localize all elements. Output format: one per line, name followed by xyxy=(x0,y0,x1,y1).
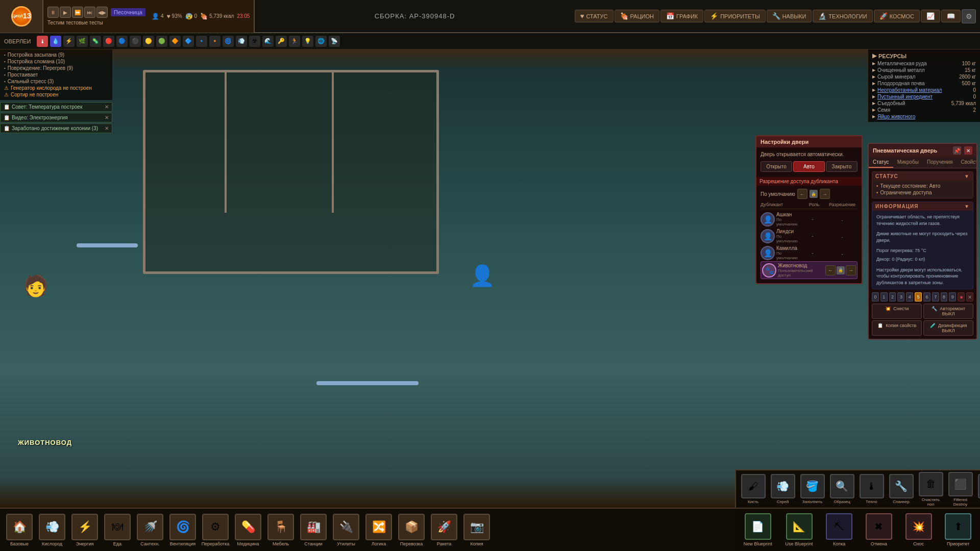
overlay-18[interactable]: 🏃 xyxy=(289,36,300,47)
overlay-19[interactable]: 💡 xyxy=(302,36,313,47)
demolish-action[interactable]: 💥 Снос xyxy=(905,513,932,546)
overlay-11[interactable]: 🔹 xyxy=(196,36,207,47)
settings-button[interactable]: ⚙ xyxy=(962,9,976,23)
priority-3[interactable]: 3 xyxy=(897,292,904,302)
overlay-15[interactable]: ☢ xyxy=(249,36,260,47)
build-transport[interactable]: 📦 Перевозка xyxy=(396,514,427,546)
cancel-action[interactable]: ✖ Отмена xyxy=(866,513,892,546)
heat-tool[interactable]: 🌡 Тепло xyxy=(857,474,886,504)
door-closed-button[interactable]: Закрыто xyxy=(826,161,857,172)
clear-tool[interactable]: 🗑 Очиститьпол xyxy=(917,472,945,507)
collapse-icon[interactable]: ▼ xyxy=(964,173,970,179)
fill-tool[interactable]: 🪣 Заполнить xyxy=(798,474,826,504)
overlay-13[interactable]: 🌀 xyxy=(223,36,234,47)
tab-properties[interactable]: Свойства xyxy=(957,157,977,168)
overlay-4[interactable]: 🔴 xyxy=(103,36,114,47)
access-next-button[interactable]: → xyxy=(820,189,830,199)
demolish-button[interactable]: 💥 Снести xyxy=(872,304,922,319)
alert-toilet[interactable]: ⚠ Сортир не построен xyxy=(4,91,108,98)
priority-4[interactable]: 4 xyxy=(906,292,913,302)
priority-6[interactable]: 6 xyxy=(923,292,930,302)
nav-ration[interactable]: 🍖 РАЦИОН xyxy=(615,10,659,22)
disinfect-button[interactable]: 🧪 Дезинфекция ВЫКЛ xyxy=(923,320,973,336)
scatter-tool[interactable]: 💫 Рассеять xyxy=(976,474,980,504)
overlay-9[interactable]: 🔶 xyxy=(169,36,181,47)
nav-chart[interactable]: 📈 xyxy=(921,10,940,22)
build-energy[interactable]: ⚡ Энергия xyxy=(69,514,100,546)
alert-generator[interactable]: ⚠ Генератор кислорода не построен xyxy=(4,85,108,91)
nav-skills[interactable]: 🔧 НАВЫКИ xyxy=(767,10,812,22)
nav-space[interactable]: 🚀 КОСМОС xyxy=(874,10,920,22)
fast-forward-button[interactable]: ⏩ xyxy=(72,7,83,18)
overlay-1[interactable]: ⚡ xyxy=(63,36,75,47)
build-furniture[interactable]: 🪑 Мебель xyxy=(265,514,296,546)
build-food[interactable]: 🍽 Еда xyxy=(102,514,133,546)
priority-5[interactable]: 5 xyxy=(915,292,922,302)
collapse-icon[interactable]: ▼ xyxy=(964,204,970,209)
overlay-17[interactable]: 🔑 xyxy=(276,36,287,47)
priority-7[interactable]: 7 xyxy=(932,292,939,302)
build-utilities[interactable]: 🔌 Утилиты xyxy=(331,514,361,546)
build-stations[interactable]: 🏭 Станции xyxy=(298,514,329,546)
overlay-3[interactable]: 🦠 xyxy=(90,36,101,47)
faster-button[interactable]: ⏭ xyxy=(84,7,95,18)
nav-priorities[interactable]: ⚡ ПРИОРИТЕТЫ xyxy=(704,10,765,22)
instant-button[interactable]: ◀▶ xyxy=(96,7,108,18)
access-prev-button[interactable]: ← xyxy=(797,189,807,199)
build-santech[interactable]: 🚿 Сантехн. xyxy=(135,514,165,546)
dup-access-prev[interactable]: ← xyxy=(825,265,836,276)
build-copy[interactable]: 📷 Копия xyxy=(461,514,492,546)
overlay-2[interactable]: 🌿 xyxy=(77,36,88,47)
notif-close-button[interactable]: ✕ xyxy=(105,115,109,120)
overlay-20[interactable]: 🌐 xyxy=(315,36,327,47)
overlay-7[interactable]: 🟡 xyxy=(143,36,154,47)
overlay-6[interactable]: ⚫ xyxy=(130,36,141,47)
nav-schedule[interactable]: 📅 ГРАФИК xyxy=(660,10,703,22)
door-open-button[interactable]: Открыто xyxy=(761,161,792,172)
priority-2[interactable]: 2 xyxy=(889,292,896,302)
autorepair-button[interactable]: 🔧 Авторемонт ВЫКЛ xyxy=(923,304,973,319)
overlay-14[interactable]: 💨 xyxy=(236,36,247,47)
close-button[interactable]: ✕ xyxy=(964,146,972,155)
overlay-16[interactable]: 🌊 xyxy=(262,36,274,47)
tab-microbes[interactable]: Микробы xyxy=(893,157,923,168)
overlay-water[interactable]: 💧 xyxy=(50,36,61,47)
priority-star[interactable]: ★ xyxy=(958,292,965,302)
use-blueprint-action[interactable]: 📐 Use Blueprint xyxy=(786,513,813,546)
overlay-5[interactable]: 🔵 xyxy=(116,36,128,47)
priority-1[interactable]: 1 xyxy=(880,292,888,302)
filtered-tool[interactable]: ⬛ FilteredDestroy xyxy=(946,472,974,507)
overlay-temperature[interactable]: 🌡 xyxy=(37,36,48,47)
door-auto-button[interactable]: Авто xyxy=(793,161,825,172)
tab-orders[interactable]: Поручения xyxy=(923,157,957,168)
notif-close-button[interactable]: ✕ xyxy=(105,104,109,110)
build-oxygen[interactable]: 💨 Кислород xyxy=(37,514,67,546)
build-ventilation[interactable]: 🌀 Вентиляция xyxy=(167,514,198,546)
build-base[interactable]: 🏠 Базовые xyxy=(4,514,35,546)
dup-access-next[interactable]: → xyxy=(846,265,856,276)
nav-tech[interactable]: 🔬 ТЕХНОЛОГИИ xyxy=(813,10,872,22)
overlay-10[interactable]: 🔷 xyxy=(183,36,194,47)
notif-close-button[interactable]: ✕ xyxy=(105,126,109,131)
new-blueprint-action[interactable]: 📄 New Blueprint xyxy=(744,513,772,546)
nav-status[interactable]: ♥ СТАТУС xyxy=(575,10,614,22)
pin-button[interactable]: 📌 xyxy=(953,146,961,155)
nav-codex[interactable]: 📖 xyxy=(941,10,961,22)
pause-button[interactable]: ⏸ xyxy=(47,7,59,18)
prioritize-action[interactable]: ⬆ Приоритет xyxy=(945,513,971,546)
priority-cancel[interactable]: ✕ xyxy=(966,292,973,302)
overlay-12[interactable]: 🔸 xyxy=(209,36,220,47)
play-button[interactable]: ▶ xyxy=(60,7,71,18)
build-logic[interactable]: 🔀 Логика xyxy=(363,514,394,546)
priority-9[interactable]: 9 xyxy=(949,292,956,302)
build-medicine[interactable]: 💊 Медицина xyxy=(233,514,263,546)
copy-props-button[interactable]: 📋 Копия свойств xyxy=(872,320,922,336)
build-rocket[interactable]: 🚀 Ракета xyxy=(429,514,459,546)
priority-8[interactable]: 8 xyxy=(941,292,948,302)
priority-0[interactable]: 0 xyxy=(872,292,879,302)
spray-tool[interactable]: 💨 Спрей xyxy=(769,474,797,504)
overlay-21[interactable]: 📡 xyxy=(329,36,340,47)
sample-tool[interactable]: 🔍 Образец xyxy=(828,474,856,504)
brush-tool[interactable]: 🖌 Кисть xyxy=(739,474,767,504)
build-processing[interactable]: ⚙ Переработка xyxy=(200,514,231,546)
